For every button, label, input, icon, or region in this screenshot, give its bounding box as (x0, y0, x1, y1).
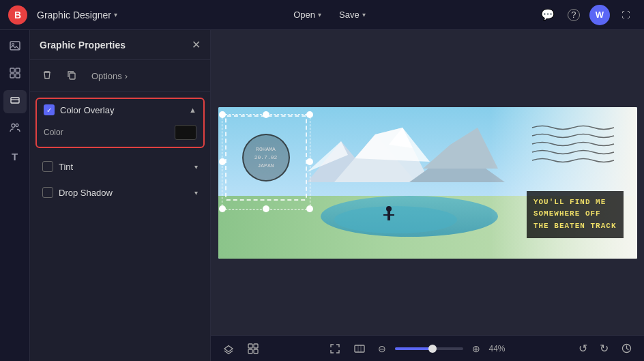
svg-rect-3 (16, 68, 20, 72)
bottom-right: ↺ ↻ (575, 340, 636, 357)
stamp-circle: ROHAMA 20.7.02 JAPAN (242, 134, 290, 182)
drop-shadow-header[interactable]: Drop Shadow ▾ (35, 182, 205, 203)
svg-rect-10 (70, 73, 75, 79)
tint-header[interactable]: Tint ▾ (35, 156, 205, 177)
svg-marker-15 (355, 128, 430, 162)
effects-icon (9, 67, 21, 82)
props-header: Graphic Properties ✕ (30, 30, 210, 60)
sidebar-people-btn[interactable] (3, 117, 27, 141)
svg-rect-28 (254, 344, 258, 348)
props-title: Graphic Properties (40, 40, 126, 50)
app-title-chevron: ▾ (114, 11, 117, 18)
save-button[interactable]: Save ▾ (332, 6, 372, 23)
app-title-button[interactable]: Graphic Designer ▾ (33, 7, 121, 23)
resize-canvas-btn[interactable] (350, 341, 369, 357)
delete-button[interactable] (37, 66, 57, 86)
color-overlay-header-left: ✓ Color Overlay (44, 104, 114, 115)
svg-marker-14 (334, 128, 430, 182)
handle-bottom-right[interactable] (306, 205, 313, 212)
svg-marker-13 (334, 134, 416, 182)
drop-shadow-header-left: Drop Shadow (42, 187, 113, 198)
sidebar-layers-btn[interactable] (3, 90, 27, 113)
color-swatch[interactable] (175, 125, 196, 140)
app-title-label: Graphic Designer (37, 10, 111, 20)
close-button[interactable]: ✕ (192, 38, 201, 51)
chat-icon-button[interactable]: 💬 (538, 5, 558, 25)
zoom-out-btn[interactable]: ⊖ (375, 341, 390, 356)
open-button[interactable]: Open ▾ (287, 6, 328, 23)
help-icon-button[interactable]: ? (564, 5, 584, 25)
props-toolbar: Options › (30, 60, 210, 92)
expand-icon-button[interactable]: ⛶ (615, 5, 636, 25)
drop-shadow-checkbox[interactable] (42, 187, 53, 198)
svg-marker-16 (389, 128, 413, 148)
drop-shadow-chevron: ▾ (194, 189, 198, 197)
handle-mid-right[interactable] (306, 158, 313, 165)
icon-sidebar: T (0, 30, 30, 361)
people-icon (9, 121, 21, 136)
layers-icon (9, 94, 21, 109)
svg-rect-31 (355, 345, 364, 352)
zoom-slider-fill (395, 347, 433, 350)
zoom-percentage: 44% (489, 344, 513, 353)
image-text-block: YOU'LL FIND ME SOMEWHERE OFF THE BEATEN … (527, 191, 624, 238)
history-btn[interactable] (617, 341, 636, 356)
sidebar-effects-btn[interactable] (3, 63, 27, 86)
chat-icon: 💬 (541, 8, 555, 21)
properties-panel: Graphic Properties ✕ (30, 30, 211, 361)
svg-marker-19 (423, 128, 498, 169)
app-logo: B (8, 5, 27, 25)
svg-rect-29 (248, 349, 252, 353)
tint-label: Tint (59, 162, 73, 172)
options-button[interactable]: Options › (86, 68, 133, 84)
color-overlay-chevron: ▲ (189, 106, 196, 114)
color-label: Color (44, 128, 63, 137)
design-canvas: ROHAMA 20.7.02 JAPAN (218, 107, 637, 259)
redo-btn[interactable]: ↻ (596, 340, 612, 357)
layers-bottom-btn[interactable] (219, 341, 238, 357)
svg-rect-6 (11, 98, 19, 103)
color-overlay-header[interactable]: ✓ Color Overlay ▲ (37, 99, 203, 121)
svg-marker-17 (307, 141, 348, 172)
color-overlay-body: Color (37, 121, 203, 147)
undo-btn[interactable]: ↺ (575, 340, 591, 357)
options-chevron: › (125, 71, 128, 81)
stamp-text: ROHAMA 20.7.02 JAPAN (254, 145, 278, 170)
topbar-center: Open ▾ Save ▾ (287, 6, 372, 23)
image-text-line1: YOU'LL FIND ME (533, 197, 617, 209)
text-icon: T (12, 151, 18, 162)
svg-point-21 (321, 196, 498, 237)
sidebar-text-btn[interactable]: T (3, 145, 27, 168)
handle-top-right[interactable] (306, 111, 313, 118)
handle-bottom-left[interactable] (219, 205, 226, 212)
zoom-in-btn[interactable]: ⊕ (469, 341, 484, 356)
duplicate-button[interactable] (61, 66, 82, 86)
image-text-line2: SOMEWHERE OFF (533, 208, 617, 220)
bottom-left (219, 341, 263, 357)
duplicate-icon (66, 70, 77, 83)
color-overlay-section: ✓ Color Overlay ▲ Color (35, 98, 205, 148)
fullscreen-btn[interactable] (325, 341, 345, 357)
open-label: Open (293, 10, 315, 20)
tint-chevron: ▾ (194, 163, 198, 171)
svg-marker-18 (409, 148, 505, 182)
topbar-left: B Graphic Designer ▾ (8, 5, 121, 25)
canvas-viewport[interactable]: ROHAMA 20.7.02 JAPAN (211, 30, 644, 335)
user-avatar[interactable]: W (589, 5, 610, 25)
grid-bottom-btn[interactable] (244, 341, 263, 357)
svg-rect-23 (387, 211, 390, 220)
svg-rect-27 (248, 344, 252, 348)
zoom-slider-thumb[interactable] (428, 345, 437, 353)
bottom-bar: ⊖ ⊕ 44% ↺ ↻ (211, 335, 644, 361)
undo-icon: ↺ (579, 342, 587, 355)
tint-checkbox[interactable] (42, 161, 53, 172)
color-overlay-checkbox[interactable]: ✓ (44, 104, 55, 115)
redo-icon: ↻ (600, 342, 609, 355)
trash-icon (42, 70, 53, 83)
sidebar-image-btn[interactable] (3, 35, 27, 59)
zoom-slider[interactable] (395, 347, 463, 350)
save-label: Save (339, 10, 360, 20)
open-chevron: ▾ (318, 11, 321, 18)
svg-rect-2 (10, 68, 14, 72)
handle-bottom-mid[interactable] (263, 205, 269, 212)
